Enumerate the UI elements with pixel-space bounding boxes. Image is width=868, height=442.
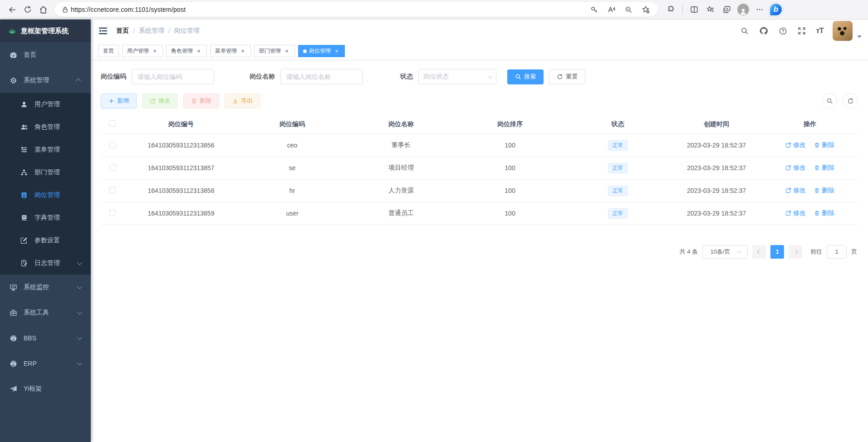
help-icon[interactable] (778, 26, 788, 36)
bing-chat-icon[interactable]: b (768, 2, 784, 17)
url-text[interactable]: https://ccnetcore.com:1101/system/post (71, 6, 586, 13)
sidebar-item-home[interactable]: 首页 (0, 42, 91, 68)
sidebar-item-label: 部门管理 (34, 168, 91, 177)
log-document-icon (20, 259, 28, 267)
header-search-icon[interactable] (740, 26, 750, 36)
tab-role[interactable]: 角色管理 (166, 45, 207, 57)
row-delete-link[interactable]: 删除 (814, 164, 834, 172)
sidebar-item-post[interactable]: 岗位管理 (0, 184, 91, 206)
status-select[interactable]: 岗位状态 (418, 69, 496, 84)
table-row[interactable]: 1641030593112313859 user 普通员工 100 正常 202… (101, 202, 858, 225)
sidebar-item-system[interactable]: 系统管理 (0, 68, 91, 93)
zoom-out-icon[interactable] (621, 2, 636, 17)
row-edit-link[interactable]: 修改 (785, 164, 806, 172)
read-aloud-icon[interactable] (603, 2, 619, 17)
reset-button[interactable]: 重置 (549, 69, 585, 84)
row-checkbox[interactable] (109, 164, 116, 171)
fullscreen-icon[interactable] (797, 26, 807, 36)
delete-button[interactable]: 删除 (183, 93, 219, 108)
font-size-icon[interactable]: тT (816, 26, 824, 35)
tab-close-icon[interactable] (240, 48, 246, 54)
browser-back-button[interactable] (5, 2, 20, 17)
tab-close-icon[interactable] (196, 48, 202, 54)
browser-profile-avatar[interactable] (736, 2, 751, 17)
browser-settings-menu-icon[interactable] (752, 2, 767, 17)
sidebar-item-config[interactable]: 参数设置 (0, 229, 91, 252)
tab-close-icon[interactable] (152, 48, 158, 54)
row-edit-link[interactable]: 修改 (785, 187, 806, 195)
select-all-checkbox[interactable] (109, 120, 116, 127)
row-delete-link[interactable]: 删除 (814, 141, 834, 149)
tab-close-icon[interactable] (284, 48, 290, 54)
row-edit-link[interactable]: 修改 (785, 209, 806, 217)
sidebar-item-tool[interactable]: 系统工具 (0, 300, 91, 325)
address-bar[interactable]: https://ccnetcore.com:1101/system/post (54, 2, 658, 17)
user-avatar[interactable] (833, 21, 853, 41)
sidebar-item-user[interactable]: 用户管理 (0, 93, 91, 116)
row-delete-label: 删除 (822, 141, 834, 149)
page-size-select[interactable]: 10条/页 (702, 245, 748, 259)
tab-post[interactable]: 岗位管理 (298, 45, 345, 57)
table-row[interactable]: 1641030593112313857 se 项目经理 100 正常 2023-… (101, 157, 858, 179)
prev-page-button[interactable] (752, 245, 766, 259)
globe-icon (9, 359, 17, 368)
search-button[interactable]: 搜索 (507, 69, 544, 84)
tab-close-icon[interactable] (333, 48, 340, 54)
table-row[interactable]: 1641030593112313856 ceo 董事长 100 正常 2023-… (101, 134, 858, 157)
split-screen-icon[interactable] (687, 2, 702, 17)
row-delete-label: 删除 (822, 187, 834, 195)
cell-post-name: 董事长 (347, 134, 456, 157)
app-logo[interactable]: 意框架管理系统 (0, 20, 91, 42)
tab-home[interactable]: 首页 (98, 45, 119, 57)
goto-page-input[interactable] (827, 245, 847, 259)
row-delete-link[interactable]: 删除 (814, 209, 834, 217)
tab-user[interactable]: 用户管理 (122, 45, 163, 57)
toggle-search-button[interactable] (822, 93, 837, 108)
col-header-actions: 操作 (762, 115, 858, 134)
sidebar-item-label: 用户管理 (34, 100, 91, 108)
status-select-placeholder: 岗位状态 (423, 73, 488, 81)
tab-dept[interactable]: 部门管理 (254, 45, 295, 57)
sidebar-collapse-icon[interactable] (98, 26, 108, 36)
favorites-icon[interactable] (703, 2, 718, 17)
chevron-down-icon (77, 360, 82, 365)
post-code-input[interactable] (132, 69, 214, 84)
edit-icon (785, 165, 791, 171)
refresh-table-button[interactable] (843, 93, 858, 108)
chevron-down-icon (77, 309, 82, 314)
dashboard-icon (9, 51, 17, 59)
add-button[interactable]: 新增 (101, 93, 137, 108)
browser-home-button[interactable] (35, 2, 51, 17)
site-permissions-lock-icon[interactable] (59, 2, 71, 17)
tab-menu[interactable]: 菜单管理 (210, 45, 251, 57)
sidebar-item-menu[interactable]: 菜单管理 (0, 138, 91, 161)
edit-button[interactable]: 修改 (142, 93, 178, 108)
browser-refresh-button[interactable] (20, 2, 35, 17)
sidebar-item-erp[interactable]: ERP (0, 351, 91, 376)
row-edit-link[interactable]: 修改 (785, 141, 806, 149)
collections-icon[interactable] (719, 2, 735, 17)
extensions-icon[interactable] (663, 2, 679, 17)
table-row[interactable]: 1641030593112313858 hr 人力资源 100 正常 2023-… (101, 179, 858, 202)
sidebar-item-monitor[interactable]: 系统监控 (0, 275, 91, 300)
row-checkbox[interactable] (109, 187, 116, 193)
sidebar-item-dept[interactable]: 部门管理 (0, 161, 91, 184)
password-key-icon[interactable] (586, 2, 602, 17)
github-icon[interactable] (759, 26, 769, 36)
user-menu-caret-icon[interactable] (857, 35, 862, 38)
sidebar-item-log[interactable]: 日志管理 (0, 252, 91, 275)
sidebar-item-yi[interactable]: Yi框架 (0, 376, 91, 402)
export-button[interactable]: 导出 (225, 93, 260, 108)
breadcrumb-home[interactable]: 首页 (116, 27, 129, 35)
page-number-1[interactable]: 1 (770, 245, 784, 259)
row-delete-link[interactable]: 删除 (814, 187, 834, 195)
row-checkbox[interactable] (109, 210, 116, 216)
next-page-button[interactable] (789, 245, 802, 259)
sidebar-item-bbs[interactable]: BBS (0, 325, 91, 351)
sidebar-item-role[interactable]: 角色管理 (0, 116, 91, 138)
post-name-input[interactable] (280, 69, 363, 84)
row-checkbox[interactable] (109, 142, 116, 148)
add-favorite-icon[interactable] (638, 2, 653, 17)
sidebar-item-dict[interactable]: 字典管理 (0, 206, 91, 229)
edit-icon (785, 187, 791, 193)
